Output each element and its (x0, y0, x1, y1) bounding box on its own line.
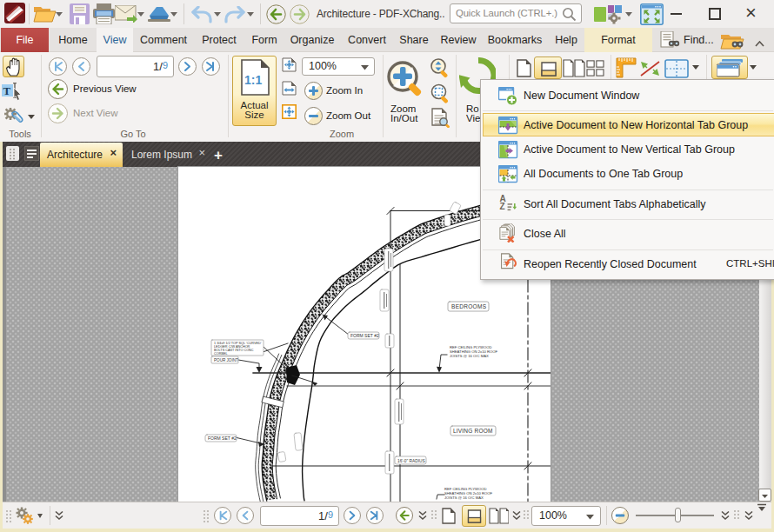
svg-text:LIVING ROOM: LIVING ROOM (453, 428, 493, 434)
svg-text:JOISTS @ 16 O/C MAX: JOISTS @ 16 O/C MAX (444, 495, 484, 500)
svg-text:FORM SET #2: FORM SET #2 (350, 333, 379, 338)
svg-text:CORBEL: CORBEL (214, 352, 228, 356)
svg-text:1:1: 1:1 (244, 73, 262, 87)
svg-text:FORM SET #2: FORM SET #2 (208, 436, 237, 441)
svg-text:POUR JOINT: POUR JOINT (214, 358, 238, 362)
svg-text:16'-0" RADIUS: 16'-0" RADIUS (397, 459, 425, 463)
svg-text:T: T (3, 84, 11, 97)
svg-text:JOISTS @ 16 O/C MAX: JOISTS @ 16 O/C MAX (450, 354, 489, 358)
svg-text:Z: Z (499, 202, 504, 211)
svg-text:BEDROOMS: BEDROOMS (451, 303, 487, 309)
